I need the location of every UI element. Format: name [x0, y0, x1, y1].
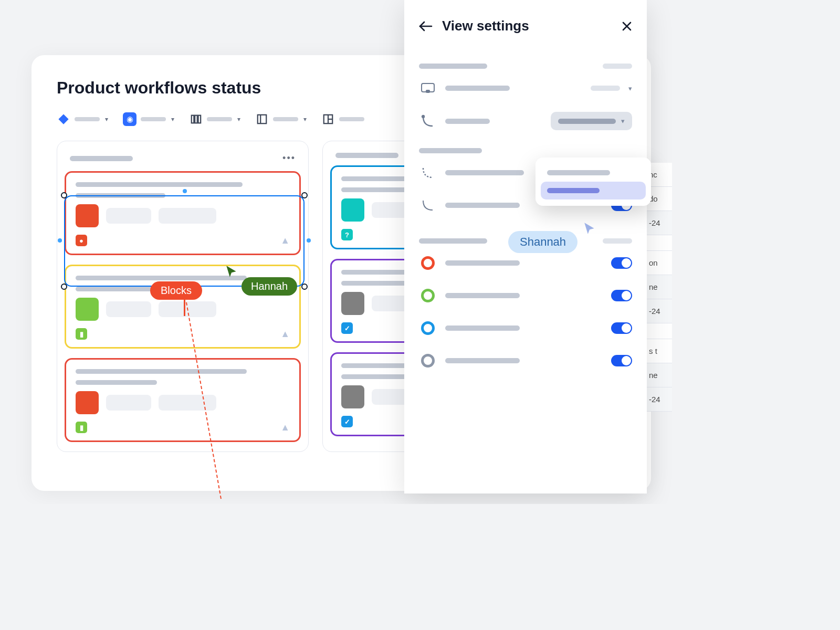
chevron-down-icon: ▾ — [621, 117, 625, 125]
dashed-curve-icon — [419, 164, 437, 182]
table-row[interactable]: -24 — [647, 211, 672, 235]
split-icon — [255, 112, 269, 126]
chevron-down-icon: ▾ — [237, 116, 240, 123]
column-title — [335, 153, 398, 158]
table-row[interactable]: ne — [647, 363, 672, 387]
table-row[interactable]: ne — [647, 275, 672, 299]
card-color-swatch — [341, 292, 364, 315]
table-row[interactable]: on — [647, 251, 672, 275]
chevron-down-icon: ▾ — [171, 116, 174, 123]
dropdown-option[interactable] — [541, 164, 646, 182]
column-title — [70, 156, 133, 161]
card-type-badge: ✓ — [341, 322, 353, 334]
setting-row-curve[interactable]: ▾ — [419, 104, 632, 138]
toolbar-jira[interactable]: ▾ — [57, 112, 108, 126]
svg-point-13 — [422, 116, 424, 118]
card-color-swatch — [76, 204, 99, 227]
more-icon[interactable]: ••• — [282, 153, 296, 164]
toolbar-columns[interactable]: ▾ — [189, 112, 240, 126]
relation-label[interactable]: Blocks — [150, 281, 202, 300]
panel-title: View settings — [442, 18, 612, 34]
setting-select-active[interactable]: ▾ — [551, 112, 632, 130]
card-type-badge: ? — [341, 229, 353, 240]
kanban-card[interactable]: ● ▲ — [65, 171, 301, 255]
svg-rect-2 — [198, 116, 201, 123]
toggle[interactable] — [611, 290, 632, 301]
toggle[interactable] — [611, 322, 632, 334]
chevron-down-icon: ▾ — [303, 116, 307, 123]
svg-rect-3 — [258, 115, 267, 124]
chevron-down-icon: ▾ — [628, 85, 632, 92]
toggle[interactable] — [611, 257, 632, 269]
select-dropdown[interactable] — [536, 158, 651, 206]
curve-thin-icon — [419, 196, 437, 214]
columns-icon — [189, 112, 203, 126]
card-color-swatch — [76, 391, 99, 414]
card-type-badge: ▮ — [76, 422, 87, 433]
cursor-icon — [225, 265, 238, 278]
app-icon: ◉ — [123, 112, 136, 126]
kanban-card[interactable]: ▮ ▲ — [65, 358, 301, 442]
curve-icon — [419, 112, 437, 130]
collaborator-cursor-hannah: Hannah — [242, 277, 297, 296]
jira-icon: ▲ — [280, 422, 290, 433]
table-row[interactable] — [647, 235, 672, 251]
setting-status-gray[interactable] — [419, 344, 632, 377]
status-ring-icon — [419, 287, 437, 304]
status-ring-icon — [419, 254, 437, 272]
jira-icon: ▲ — [280, 235, 290, 246]
card-type-badge: ▮ — [76, 328, 87, 340]
svg-rect-0 — [192, 116, 194, 123]
card-color-swatch — [341, 198, 364, 222]
toolbar-app[interactable]: ◉ ▾ — [123, 112, 174, 126]
toggle[interactable] — [611, 355, 632, 366]
card-color-swatch — [76, 298, 99, 321]
setting-status-blue[interactable] — [419, 312, 632, 344]
jira-icon: ▲ — [280, 329, 290, 340]
chevron-down-icon: ▾ — [105, 116, 108, 123]
board-icon — [321, 112, 335, 126]
setting-status-green[interactable] — [419, 279, 632, 312]
svg-rect-1 — [195, 116, 197, 123]
frame-icon — [419, 79, 437, 97]
card-type-badge: ✓ — [341, 416, 353, 427]
table-row[interactable]: -24 — [647, 299, 672, 323]
status-ring-icon — [419, 352, 437, 370]
status-ring-icon — [419, 319, 437, 337]
jira-icon — [57, 112, 70, 126]
toolbar-board[interactable] — [321, 112, 364, 126]
table-row[interactable] — [647, 323, 672, 339]
card-color-swatch — [341, 385, 364, 408]
toolbar-split[interactable]: ▾ — [255, 112, 307, 126]
table-row[interactable]: -24 — [647, 387, 672, 412]
table-row[interactable]: s t — [647, 339, 672, 363]
setting-row-frame[interactable]: ▾ — [419, 72, 632, 104]
card-type-badge: ● — [76, 235, 87, 246]
close-icon[interactable] — [622, 21, 632, 32]
dropdown-option-active[interactable] — [541, 182, 646, 200]
svg-rect-12 — [426, 90, 430, 93]
collaborator-cursor-shannah: Shannah — [508, 231, 578, 253]
cursor-icon — [583, 222, 596, 235]
back-icon[interactable] — [419, 21, 433, 32]
